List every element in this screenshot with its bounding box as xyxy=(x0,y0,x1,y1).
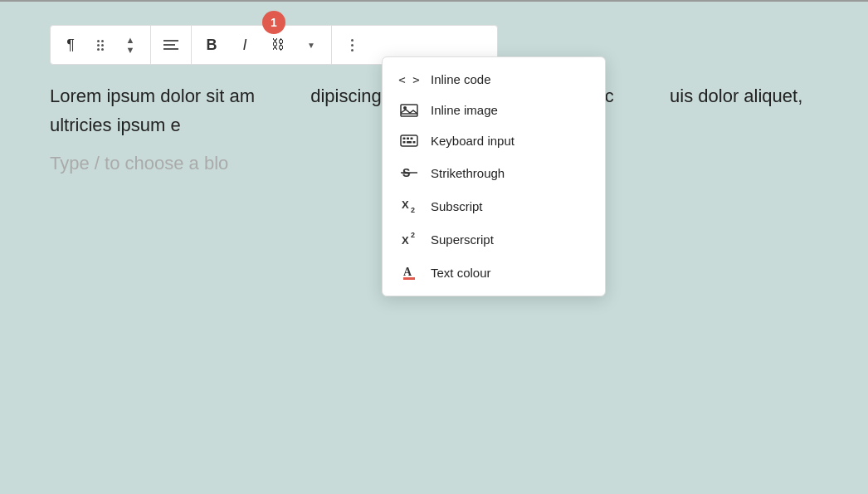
keyboard-icon xyxy=(399,135,419,147)
inline-code-label: Inline code xyxy=(431,72,588,86)
menu-item-superscript[interactable]: X 2 Superscript xyxy=(383,223,605,256)
notification-badge: 1 xyxy=(262,11,285,34)
align-icon xyxy=(163,40,178,50)
svg-rect-6 xyxy=(411,138,413,140)
italic-icon: I xyxy=(242,37,246,54)
menu-item-subscript[interactable]: X 2 Subscript xyxy=(383,189,605,223)
menu-item-strikethrough[interactable]: S Strikethrough xyxy=(383,156,605,189)
menu-item-text-colour[interactable]: A Text colour xyxy=(383,256,605,289)
strikethrough-label: Strikethrough xyxy=(431,166,588,180)
updown-icon: ▲ ▼ xyxy=(126,35,135,55)
svg-rect-4 xyxy=(403,138,406,140)
italic-button[interactable]: I xyxy=(232,32,258,58)
superscript-icon: X 2 xyxy=(399,231,419,247)
code-icon: < > xyxy=(399,73,419,86)
chevron-button[interactable]: ▼ xyxy=(298,32,324,58)
subscript-label: Subscript xyxy=(431,199,588,213)
toolbar-group-more xyxy=(332,26,372,64)
align-button[interactable] xyxy=(158,32,184,58)
link-button[interactable]: ⛓ xyxy=(265,32,291,58)
link-icon: ⛓ xyxy=(271,37,285,52)
svg-rect-3 xyxy=(401,135,417,146)
three-dots-icon xyxy=(351,39,354,51)
text-colour-label: Text colour xyxy=(431,266,588,280)
dropdown-menu: < > Inline code Inline image xyxy=(382,56,606,296)
paragraph-button[interactable]: ¶ xyxy=(57,32,84,58)
grid-button[interactable] xyxy=(87,32,114,58)
svg-text:X: X xyxy=(402,198,409,211)
dots-icon xyxy=(97,40,104,51)
svg-text:X: X xyxy=(402,234,409,247)
toolbar-group-align xyxy=(151,26,192,64)
bold-icon: B xyxy=(207,37,217,54)
superscript-label: Superscript xyxy=(431,232,588,247)
svg-rect-0 xyxy=(401,105,417,116)
strikethrough-icon: S xyxy=(399,164,419,181)
text-colour-icon: A xyxy=(399,264,419,281)
more-options-button[interactable] xyxy=(339,32,365,58)
inline-image-label: Inline image xyxy=(431,103,588,117)
top-border xyxy=(0,0,868,2)
image-icon xyxy=(399,104,419,117)
menu-item-keyboard-input[interactable]: Keyboard input xyxy=(383,125,605,156)
toolbar-group-paragraph: ¶ ▲ ▼ xyxy=(51,26,151,64)
svg-rect-8 xyxy=(407,141,412,144)
svg-rect-17 xyxy=(403,277,415,280)
svg-rect-9 xyxy=(413,141,416,144)
keyboard-input-label: Keyboard input xyxy=(431,134,588,148)
svg-rect-5 xyxy=(407,138,409,140)
menu-item-inline-image[interactable]: Inline image xyxy=(383,95,605,125)
svg-text:2: 2 xyxy=(411,206,415,214)
svg-text:A: A xyxy=(403,266,412,278)
bold-button[interactable]: B xyxy=(198,32,225,58)
subscript-icon: X 2 xyxy=(399,198,419,214)
svg-text:2: 2 xyxy=(411,231,415,239)
chevron-down-icon: ▼ xyxy=(307,41,315,50)
svg-rect-7 xyxy=(403,141,406,144)
toolbar-group-format: B I ⛓ ▼ xyxy=(192,26,332,64)
menu-item-inline-code[interactable]: < > Inline code xyxy=(383,64,605,95)
updown-button[interactable]: ▲ ▼ xyxy=(117,32,144,58)
paragraph-icon: ¶ xyxy=(66,37,75,54)
